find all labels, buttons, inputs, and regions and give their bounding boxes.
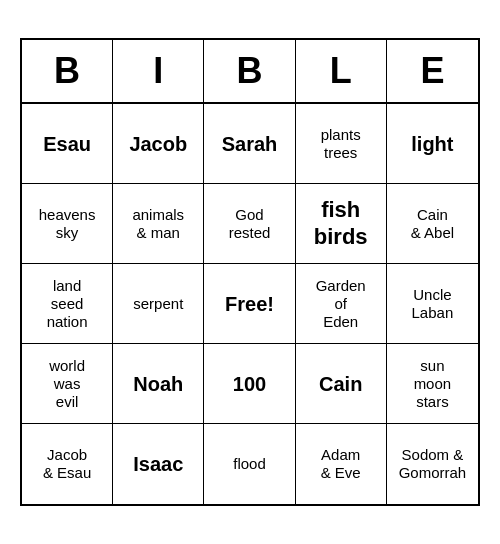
header-letter-b-0: B [22, 40, 113, 102]
cell-r2-c3: GardenofEden [296, 264, 387, 344]
cell-r0-c3: plantstrees [296, 104, 387, 184]
cell-r1-c2: Godrested [204, 184, 295, 264]
cell-r4-c3: Adam& Eve [296, 424, 387, 504]
cell-r3-c4: sunmoonstars [387, 344, 478, 424]
cell-r1-c0: heavenssky [22, 184, 113, 264]
cell-r3-c1: Noah [113, 344, 204, 424]
cell-r4-c1: Isaac [113, 424, 204, 504]
cell-r2-c1: serpent [113, 264, 204, 344]
bingo-card: BIBLE EsauJacobSarahplantstreeslightheav… [20, 38, 480, 506]
cell-r1-c3: fishbirds [296, 184, 387, 264]
cell-r0-c4: light [387, 104, 478, 184]
cell-r3-c2: 100 [204, 344, 295, 424]
bingo-grid: EsauJacobSarahplantstreeslightheavenssky… [22, 104, 478, 504]
cell-r2-c0: landseednation [22, 264, 113, 344]
header-row: BIBLE [22, 40, 478, 104]
cell-r1-c1: animals& man [113, 184, 204, 264]
cell-r3-c3: Cain [296, 344, 387, 424]
cell-r4-c0: Jacob& Esau [22, 424, 113, 504]
header-letter-e-4: E [387, 40, 478, 102]
cell-r0-c1: Jacob [113, 104, 204, 184]
cell-r4-c4: Sodom &Gomorrah [387, 424, 478, 504]
header-letter-l-3: L [296, 40, 387, 102]
cell-r2-c2: Free! [204, 264, 295, 344]
cell-r4-c2: flood [204, 424, 295, 504]
cell-r1-c4: Cain& Abel [387, 184, 478, 264]
cell-r3-c0: worldwasevil [22, 344, 113, 424]
cell-r2-c4: UncleLaban [387, 264, 478, 344]
cell-r0-c2: Sarah [204, 104, 295, 184]
cell-r0-c0: Esau [22, 104, 113, 184]
header-letter-i-1: I [113, 40, 204, 102]
header-letter-b-2: B [204, 40, 295, 102]
